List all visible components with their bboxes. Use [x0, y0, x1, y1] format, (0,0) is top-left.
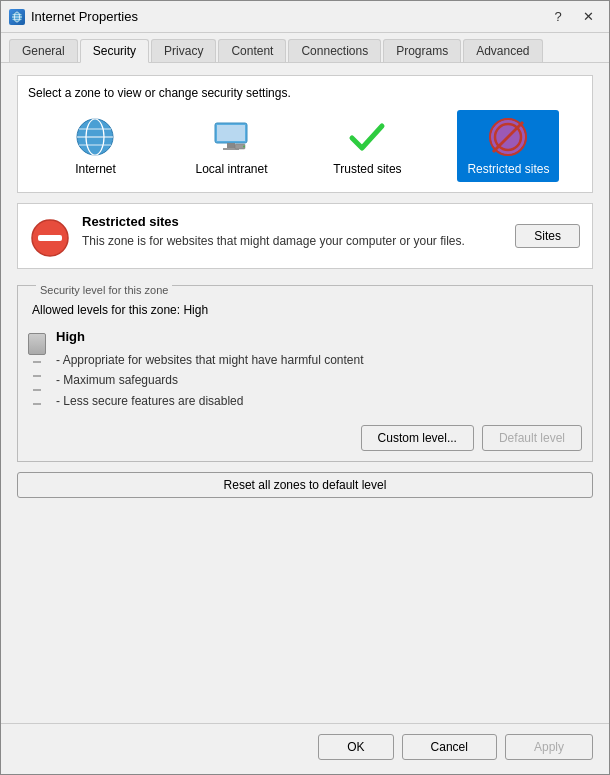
allowed-levels-label: Allowed levels for this zone: High — [28, 303, 582, 317]
slider-mark-4 — [33, 403, 41, 405]
svg-rect-12 — [227, 143, 235, 148]
security-level-group-label: Security level for this zone — [36, 284, 172, 296]
tab-bar: General Security Privacy Content Connect… — [1, 33, 609, 62]
svg-rect-11 — [217, 125, 245, 141]
zone-info-section: Restricted sites This zone is for websit… — [17, 203, 593, 269]
slider-thumb[interactable] — [28, 333, 46, 355]
window-title: Internet Properties — [31, 9, 545, 24]
ok-button[interactable]: OK — [318, 734, 393, 760]
slider-mark-3 — [33, 389, 41, 391]
slider-mark-2 — [33, 375, 41, 377]
bottom-buttons: OK Cancel Apply — [1, 723, 609, 774]
restricted-sites-icon — [487, 116, 529, 158]
svg-rect-21 — [38, 235, 62, 241]
zone-restricted-sites-label: Restricted sites — [467, 162, 549, 176]
reset-btn-row: Reset all zones to default level — [17, 472, 593, 498]
zone-internet[interactable]: Internet — [50, 110, 140, 182]
tab-programs[interactable]: Programs — [383, 39, 461, 62]
slider-track — [28, 329, 46, 411]
tab-content[interactable]: Content — [218, 39, 286, 62]
zone-local-intranet[interactable]: Local intranet — [185, 110, 277, 182]
tab-connections[interactable]: Connections — [288, 39, 381, 62]
trusted-sites-icon — [346, 116, 388, 158]
internet-properties-window: Internet Properties ? ✕ General Security… — [0, 0, 610, 775]
security-level-section: Security level for this zone Allowed lev… — [17, 285, 593, 462]
zone-trusted-sites-label: Trusted sites — [333, 162, 401, 176]
custom-level-button[interactable]: Custom level... — [361, 425, 474, 451]
cancel-button[interactable]: Cancel — [402, 734, 497, 760]
slider-mark-1 — [33, 361, 41, 363]
default-level-button[interactable]: Default level — [482, 425, 582, 451]
level-detail-1: - Appropriate for websites that might ha… — [56, 350, 582, 370]
zone-info-text: Restricted sites This zone is for websit… — [82, 214, 503, 250]
security-description: High - Appropriate for websites that mig… — [56, 329, 582, 411]
tab-advanced[interactable]: Advanced — [463, 39, 542, 62]
tab-privacy[interactable]: Privacy — [151, 39, 216, 62]
title-bar: Internet Properties ? ✕ — [1, 1, 609, 33]
close-button[interactable]: ✕ — [575, 6, 601, 28]
window-icon — [9, 9, 25, 25]
tab-security[interactable]: Security — [80, 39, 149, 63]
level-title: High — [56, 329, 582, 344]
reset-all-zones-button[interactable]: Reset all zones to default level — [17, 472, 593, 498]
zone-info-title: Restricted sites — [82, 214, 503, 229]
window-controls: ? ✕ — [545, 6, 601, 28]
level-buttons: Custom level... Default level — [28, 425, 582, 451]
zone-icons-row: Internet Local intranet — [28, 110, 582, 182]
local-intranet-icon — [210, 116, 252, 158]
zone-local-intranet-label: Local intranet — [195, 162, 267, 176]
tab-general[interactable]: General — [9, 39, 78, 62]
zone-info-desc: This zone is for websites that might dam… — [82, 233, 503, 250]
no-entry-icon — [30, 218, 70, 258]
level-detail-3: - Less secure features are disabled — [56, 391, 582, 411]
internet-icon — [74, 116, 116, 158]
zone-internet-label: Internet — [75, 162, 116, 176]
help-button[interactable]: ? — [545, 6, 571, 28]
svg-point-15 — [243, 146, 245, 148]
sites-button[interactable]: Sites — [515, 224, 580, 248]
main-content: Select a zone to view or change security… — [1, 62, 609, 723]
zone-select-label: Select a zone to view or change security… — [28, 86, 582, 100]
zone-trusted-sites[interactable]: Trusted sites — [322, 110, 412, 182]
zone-section: Select a zone to view or change security… — [17, 75, 593, 193]
apply-button[interactable]: Apply — [505, 734, 593, 760]
slider-area: High - Appropriate for websites that mig… — [28, 325, 582, 415]
zone-restricted-sites[interactable]: Restricted sites — [457, 110, 559, 182]
level-detail-2: - Maximum safeguards — [56, 370, 582, 390]
